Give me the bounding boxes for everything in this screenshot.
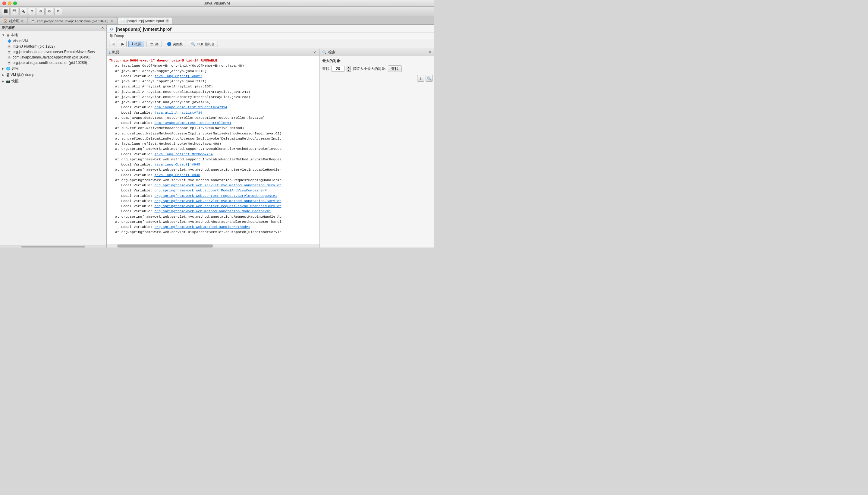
local-var-13: Local Variable: org.springframework.web.… <box>109 209 317 214</box>
sidebar-item-javapc[interactable]: ☕ com.javapc.demo.JavapcApplication (pid… <box>0 54 106 60</box>
stack-line-7: at java.util.ArrayList.add(ArrayList.jav… <box>109 100 317 105</box>
toolbar-btn-save[interactable]: 💾 <box>11 8 18 15</box>
info-button[interactable]: ℹ <box>417 75 424 82</box>
retain-label: 保留大小最大的对象: <box>353 66 386 71</box>
toolbar-btn-s4[interactable]: ⚙ <box>54 8 62 15</box>
window-title: Java VisualVM <box>204 1 230 5</box>
sidebar-item-visualvm-label: VisualVM <box>13 39 28 43</box>
tab-start-close[interactable]: ✕ <box>20 19 24 23</box>
local-var-6: Local Variable: java.lang.Object[]#945 <box>109 162 317 167</box>
tree-expand-vmcore: ▶ <box>2 73 5 76</box>
javapc-icon: ☕ <box>7 55 12 59</box>
sidebar-item-javapc-label: com.javapc.demo.JavapcApplication (pid 1… <box>13 55 90 59</box>
stack-line-1: at java.lang.OutOfMemoryError.<init>(Out… <box>109 63 317 68</box>
thread-panel: ℹ 概要 ✕ "http-nio-8080-exec-1" daemon pri… <box>107 49 319 248</box>
local-var-9: Local Variable: org.springframework.web.… <box>109 188 317 193</box>
sidebar-item-remote[interactable]: ▶ 🌐 远程 <box>0 65 106 72</box>
sidebar-item-snapshot[interactable]: ▶ 📷 快照 <box>0 78 106 84</box>
toolbar-btn-plugin[interactable]: 🔌 <box>19 8 27 15</box>
link-arraylist[interactable]: java.util.ArrayList#734 <box>154 110 202 115</box>
sidebar-scrollbar[interactable] <box>0 245 106 248</box>
right-panel: 🔍 检索 ✕ 最大的对象: 查找 ▲ ▼ <box>319 49 434 248</box>
maximize-button[interactable] <box>13 1 17 5</box>
link-student[interactable]: com.javapc.demo.test.Student#747314 <box>154 105 227 109</box>
search-row: 查找 ▲ ▼ 保留大小最大的对象: 查找 <box>322 65 432 72</box>
sidebar-minimize-btn[interactable]: ✕ <box>100 26 105 30</box>
tab-heap[interactable]: 📊 [heapdump] jvmtest.hprof ✕ <box>118 17 172 24</box>
link-handlermethod[interactable]: org.springframework.web.method.HandlerMe… <box>154 225 250 229</box>
stepper-down[interactable]: ▼ <box>347 69 351 72</box>
link-object-945[interactable]: java.lang.Object[]#945 <box>154 163 200 166</box>
link-servlet-2[interactable]: org.springframework.web.servlet.mvc.meth… <box>154 199 281 203</box>
local-var-2: Local Variable: com.javapc.demo.test.Stu… <box>109 105 317 110</box>
h-scrollbar-thumb <box>117 244 213 248</box>
sidebar-item-launcher[interactable]: ☕ org.jetbrains.jps.cmdline.Launcher (pi… <box>0 60 106 65</box>
tab-start[interactable]: 🏠 起始页 ✕ <box>0 17 28 24</box>
local-var-10: Local Variable: org.springframework.web.… <box>109 193 317 198</box>
link-modelview[interactable]: org.springframework.web.support.ModelAnd… <box>154 188 267 192</box>
sidebar-item-vmcore[interactable]: ▶ 🗄 VM 核心 dump <box>0 72 106 78</box>
toolbar-btn-s2[interactable]: ⚙ <box>37 8 45 15</box>
snapshot-icon: 📷 <box>6 79 10 83</box>
panel-close-button[interactable]: ✕ <box>312 50 317 55</box>
tab-app-close[interactable]: ✕ <box>110 19 114 23</box>
remote-icon: 🌐 <box>6 67 10 70</box>
local-var-7: Local Variable: java.lang.Object[]#946 <box>109 172 317 177</box>
tab-heap-close[interactable]: ✕ <box>166 19 169 23</box>
forward-button[interactable]: ▶ <box>119 41 126 47</box>
tab-instances[interactable]: 🔵 实例数 <box>164 41 186 47</box>
tab-oql[interactable]: 🔍 OQL 控制台 <box>188 41 218 47</box>
back-button[interactable]: ◀ <box>109 41 117 47</box>
search-close-button[interactable]: ✕ <box>428 50 432 54</box>
link-standardservlet[interactable]: org.springframework.web.context.request.… <box>154 204 281 208</box>
minimize-button[interactable] <box>8 1 12 5</box>
sidebar-header: 应用程序 ✕ <box>0 25 106 31</box>
toolbar-btn-s3[interactable]: ⚙ <box>46 8 53 15</box>
mavenserver-icon: ☕ <box>7 50 12 54</box>
toolbar-btn-s1[interactable]: ⚙ <box>28 8 36 15</box>
tab-app[interactable]: ☕ com.javapc.demo.JavapcApplication (pid… <box>28 17 117 24</box>
refresh-icon[interactable]: ↻ <box>110 27 113 32</box>
close-button[interactable] <box>2 1 6 5</box>
sidebar-scrollbar-thumb <box>21 246 85 248</box>
stack-line-18: at org.springframework.web.servlet.mvc.m… <box>109 219 317 224</box>
vmcore-icon: 🗄 <box>6 73 9 77</box>
biggest-objects-title: 最大的对象: <box>322 58 432 64</box>
horizontal-scrollbar[interactable] <box>107 244 319 248</box>
titlebar: Java VisualVM <box>0 0 434 7</box>
sidebar-item-mavenserver[interactable]: ☕ org.jetbrains.idea.maven.server.Remote… <box>0 49 106 54</box>
link-testcontroller[interactable]: com.javapc.demo.test.TestController#1 <box>154 121 231 125</box>
stack-line-17: at org.springframework.web.servlet.mvc.m… <box>109 214 317 219</box>
tab-classes[interactable]: ☕ 类 <box>146 41 162 47</box>
link-servlet-1[interactable]: org.springframework.web.servlet.mvc.meth… <box>154 183 281 187</box>
overview-icon: ℹ <box>132 42 133 46</box>
dump-header: ↻ [heapdump] jvmtest.hprof <box>107 25 434 33</box>
stack-line-16: at org.springframework.web.servlet.mvc.m… <box>109 177 317 183</box>
thread-header-line: "http-nio-8080-exec-1" daemon prio=5 tid… <box>109 58 317 63</box>
thread-content[interactable]: "http-nio-8080-exec-1" daemon prio=5 tid… <box>107 56 319 244</box>
stepper-up[interactable]: ▲ <box>347 66 351 69</box>
toolbar-btn-new[interactable]: ⬛ <box>2 8 10 15</box>
tab-heap-label: [heapdump] jvmtest.hprof <box>126 19 164 23</box>
link-modelfactory[interactable]: org.springframework.web.method.annotatio… <box>154 209 271 213</box>
sidebar-item-remote-label: 远程 <box>12 66 19 71</box>
sidebar-item-visualvm[interactable]: 🔷 VisualVM <box>0 38 106 44</box>
count-input[interactable] <box>331 66 345 72</box>
link-method-754[interactable]: java.lang.reflect.Method#754 <box>154 152 212 156</box>
link-object-946[interactable]: java.lang.Object[]#946 <box>154 173 200 177</box>
sidebar-item-intellij[interactable]: ☕ IntelliJ Platform (pid 1202) <box>0 44 106 49</box>
instances-icon: 🔵 <box>167 42 172 46</box>
sidebar-item-local[interactable]: ▼ 🖥 本地 <box>0 32 106 38</box>
search-button[interactable]: 🔍 <box>426 75 433 82</box>
stack-line-5: at java.util.ArrayList.ensureExplicitCap… <box>109 89 317 95</box>
local-var-11: Local Variable: org.springframework.web.… <box>109 198 317 204</box>
local-var-4: Local Variable: com.javapc.demo.test.Tes… <box>109 120 317 125</box>
link-object-6027[interactable]: java.lang.Object[]#6027 <box>154 74 202 78</box>
tab-overview[interactable]: ℹ 概要 <box>128 41 144 47</box>
count-stepper: ▲ ▼ <box>347 66 351 72</box>
local-var-12: Local Variable: org.springframework.web.… <box>109 204 317 209</box>
sidebar-item-intellij-label: IntelliJ Platform (pid 1202) <box>13 44 55 49</box>
local-var-8: Local Variable: org.springframework.web.… <box>109 183 317 188</box>
find-button[interactable]: 查找 <box>388 65 402 72</box>
link-servletwebrequest[interactable]: org.springframework.web.context.request.… <box>154 194 277 198</box>
